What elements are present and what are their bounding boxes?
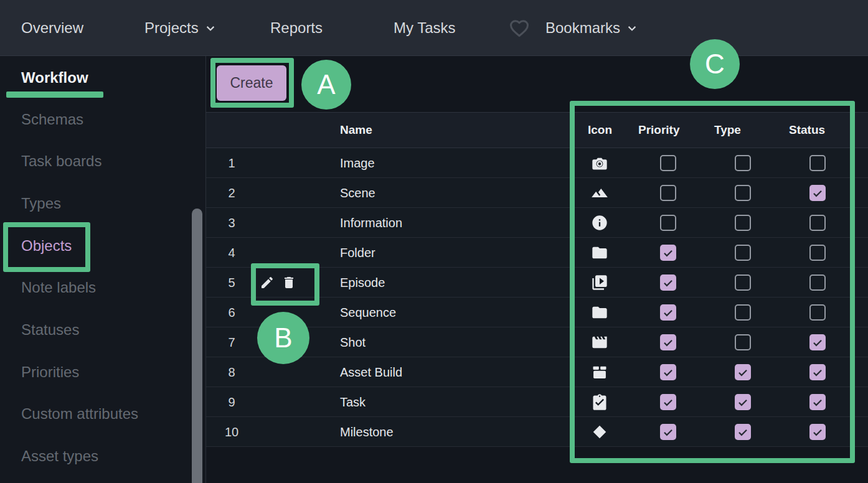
type-checkbox[interactable] (735, 394, 751, 410)
video-library-icon (591, 274, 608, 291)
type-checkbox[interactable] (735, 424, 751, 440)
nav-item-bookmarks[interactable]: Bookmarks (545, 0, 638, 56)
column-header-icon: Icon (588, 113, 612, 148)
create-button[interactable]: Create (217, 65, 286, 101)
type-checkbox[interactable] (735, 364, 751, 380)
priority-checkbox[interactable] (660, 334, 676, 350)
active-tab-underline (6, 91, 103, 98)
top-navigation-bar: Overview Projects Reports My Tasks Bookm… (0, 0, 868, 56)
table-row[interactable]: 1 Image (206, 148, 868, 178)
priority-checkbox[interactable] (660, 245, 676, 261)
folder-icon (591, 304, 608, 321)
row-actions (260, 275, 296, 290)
table-row[interactable]: 10 Milestone (206, 417, 868, 447)
row-number: 6 (219, 305, 245, 319)
delete-button[interactable] (281, 275, 296, 290)
status-checkbox[interactable] (809, 334, 826, 350)
mountains-icon (591, 184, 608, 202)
table-row[interactable]: 6 Sequence (206, 298, 868, 327)
object-name: Episode (340, 275, 385, 289)
priority-checkbox[interactable] (660, 185, 676, 201)
object-name: Asset Build (340, 365, 402, 379)
edit-button[interactable] (260, 275, 275, 290)
status-checkbox[interactable] (809, 245, 826, 261)
table-row[interactable]: 5 Episode (206, 268, 868, 298)
status-checkbox[interactable] (809, 274, 826, 291)
status-checkbox[interactable] (809, 155, 826, 171)
sidebar-item-objects[interactable]: Objects (21, 235, 72, 256)
box-icon (591, 363, 608, 381)
chevron-down-icon (204, 23, 217, 35)
table-row[interactable]: 9 Task (206, 387, 868, 417)
nav-item-projects[interactable]: Projects (144, 0, 217, 56)
table-row[interactable]: 3 Information (206, 208, 868, 238)
row-number: 9 (219, 395, 245, 409)
table-row[interactable]: 2 Scene (206, 178, 868, 208)
row-number: 8 (219, 365, 245, 379)
column-header-name: Name (340, 113, 372, 148)
sidebar-item-workflow[interactable]: Workflow (21, 67, 88, 88)
priority-checkbox[interactable] (660, 424, 676, 440)
settings-sidebar: Workflow Schemas Task boards Types Objec… (0, 56, 205, 483)
row-number: 3 (219, 215, 245, 230)
nav-item-overview[interactable]: Overview (21, 0, 83, 56)
table-row[interactable]: 4 Folder (206, 238, 868, 268)
row-number: 10 (219, 424, 245, 439)
camera-icon (591, 154, 608, 172)
heart-icon (508, 0, 531, 56)
nav-label: Projects (144, 19, 199, 37)
status-checkbox[interactable] (809, 304, 826, 321)
object-name: Shot (340, 335, 366, 349)
priority-checkbox[interactable] (660, 364, 676, 380)
column-header-status: Status (789, 113, 825, 148)
objects-panel: Create Name Icon Priority Type Status 1 … (205, 56, 868, 483)
priority-checkbox[interactable] (660, 304, 676, 321)
nav-item-my-tasks[interactable]: My Tasks (394, 0, 456, 56)
type-checkbox[interactable] (735, 334, 751, 350)
clipboard-check-icon (591, 393, 608, 411)
type-checkbox[interactable] (735, 215, 751, 231)
status-checkbox[interactable] (809, 185, 826, 201)
sidebar-item-priorities[interactable]: Priorities (21, 362, 79, 383)
nav-label: Reports (270, 19, 323, 37)
status-checkbox[interactable] (809, 364, 826, 380)
row-number: 2 (219, 185, 245, 200)
object-name: Sequence (340, 305, 396, 319)
row-number: 7 (219, 335, 245, 349)
object-name: Scene (340, 185, 375, 200)
folder-icon (591, 244, 608, 261)
sidebar-item-asset-types[interactable]: Asset types (21, 446, 98, 467)
sidebar-scrollbar-thumb[interactable] (192, 209, 202, 483)
row-number: 5 (219, 275, 245, 289)
table-row[interactable]: 7 Shot (206, 327, 868, 357)
object-name: Image (340, 156, 375, 170)
nav-item-reports[interactable]: Reports (270, 0, 323, 56)
sidebar-item-note-labels[interactable]: Note labels (21, 277, 96, 298)
type-checkbox[interactable] (735, 245, 751, 261)
status-checkbox[interactable] (809, 424, 826, 440)
priority-checkbox[interactable] (660, 155, 676, 171)
table-row[interactable]: 8 Asset Build (206, 357, 868, 387)
status-checkbox[interactable] (809, 215, 826, 231)
sidebar-item-custom-attributes[interactable]: Custom attributes (21, 403, 138, 424)
type-checkbox[interactable] (735, 185, 751, 201)
nav-label: Bookmarks (545, 19, 620, 37)
sidebar-item-schemas[interactable]: Schemas (21, 109, 83, 130)
type-checkbox[interactable] (735, 274, 751, 291)
sidebar-item-types[interactable]: Types (21, 193, 61, 214)
sidebar-item-statuses[interactable]: Statuses (21, 319, 79, 340)
type-checkbox[interactable] (735, 155, 751, 171)
type-checkbox[interactable] (735, 304, 751, 321)
priority-checkbox[interactable] (660, 394, 676, 410)
table-body: 1 Image 2 Scene 3 Information 4 Folder 5… (206, 148, 868, 447)
object-name: Task (340, 395, 366, 409)
chevron-down-icon (626, 23, 638, 35)
priority-checkbox[interactable] (660, 274, 676, 291)
sidebar-item-task-boards[interactable]: Task boards (21, 151, 101, 172)
nav-label: Overview (21, 19, 83, 37)
object-name: Information (340, 215, 402, 230)
row-number: 4 (219, 245, 245, 260)
status-checkbox[interactable] (809, 394, 826, 410)
priority-checkbox[interactable] (660, 215, 676, 231)
row-number: 1 (219, 156, 245, 170)
